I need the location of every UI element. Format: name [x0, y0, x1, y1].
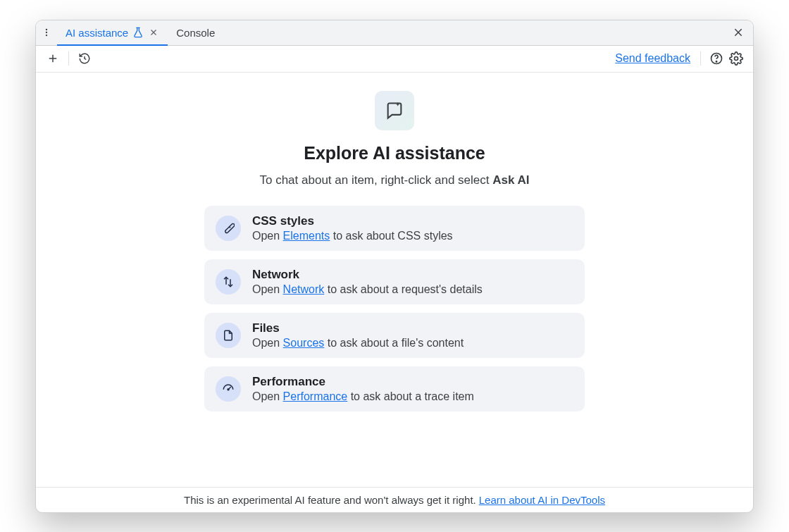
footer: This is an experimental AI feature and w…	[36, 487, 753, 512]
file-icon	[216, 323, 241, 348]
svg-point-4	[716, 61, 716, 62]
card-title: Files	[252, 321, 464, 335]
sources-link[interactable]: Sources	[283, 337, 325, 349]
card-title: Performance	[252, 375, 474, 389]
card-description: Open Network to ask about a request's de…	[252, 283, 483, 296]
hero-icon	[375, 91, 414, 130]
swap-icon	[216, 269, 241, 295]
card-title: Network	[252, 268, 483, 282]
svg-point-6	[228, 388, 229, 390]
card-network: Network Open Network to ask about a requ…	[204, 259, 585, 304]
help-button[interactable]	[707, 49, 726, 68]
close-panel-button[interactable]	[729, 23, 747, 42]
settings-button[interactable]	[726, 49, 746, 68]
cards-container: CSS styles Open Elements to ask about CS…	[204, 206, 585, 412]
svg-point-2	[46, 35, 47, 36]
page-subtitle: To chat about an item, right-click and s…	[259, 173, 529, 187]
network-link[interactable]: Network	[283, 283, 325, 295]
card-title: CSS styles	[252, 214, 453, 228]
separator	[68, 51, 69, 66]
tab-ai-assistance[interactable]: AI assistance	[57, 20, 168, 45]
flask-icon	[132, 27, 144, 38]
close-tab-icon[interactable]	[148, 27, 159, 38]
performance-link[interactable]: Performance	[283, 390, 348, 402]
card-description: Open Elements to ask about CSS styles	[252, 230, 453, 242]
toolbar: Send feedback	[36, 46, 753, 73]
elements-link[interactable]: Elements	[283, 230, 330, 242]
content-area: Explore AI assistance To chat about an i…	[36, 73, 753, 487]
card-performance: Performance Open Performance to ask abou…	[204, 366, 585, 412]
card-description: Open Performance to ask about a trace it…	[252, 390, 474, 403]
svg-point-0	[46, 29, 47, 30]
learn-more-link[interactable]: Learn about AI in DevTools	[479, 494, 605, 506]
svg-point-1	[46, 32, 47, 33]
history-button[interactable]	[75, 49, 94, 68]
more-options-button[interactable]	[36, 20, 57, 45]
separator	[700, 51, 701, 66]
footer-text: This is an experimental AI feature and w…	[184, 494, 476, 506]
tab-console[interactable]: Console	[168, 20, 223, 45]
card-css-styles: CSS styles Open Elements to ask about CS…	[204, 206, 585, 251]
tab-label: AI assistance	[66, 27, 128, 39]
new-chat-button[interactable]	[43, 49, 63, 68]
send-feedback-link[interactable]: Send feedback	[615, 52, 690, 65]
card-files: Files Open Sources to ask about a file's…	[204, 313, 585, 358]
brush-icon	[216, 216, 241, 241]
card-description: Open Sources to ask about a file's conte…	[252, 337, 464, 349]
svg-point-5	[735, 57, 738, 61]
page-title: Explore AI assistance	[304, 143, 485, 163]
tab-strip: AI assistance Console	[36, 20, 753, 46]
gauge-icon	[216, 376, 241, 402]
devtools-panel: AI assistance Console Send feedback	[35, 20, 754, 513]
tab-label: Console	[176, 27, 215, 39]
